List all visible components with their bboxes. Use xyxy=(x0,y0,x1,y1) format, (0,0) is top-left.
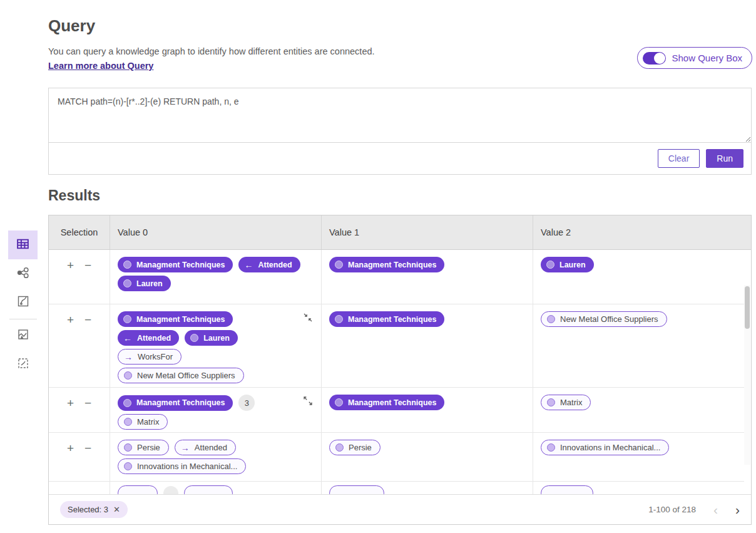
entity-pill[interactable]: Persie xyxy=(329,440,381,455)
pill-label: Managment Techniques xyxy=(136,398,225,407)
query-actions: Clear Run xyxy=(49,143,751,174)
table-cell xyxy=(110,482,322,495)
add-to-selection-button[interactable]: + xyxy=(67,314,74,326)
pill-label: Managment Techniques xyxy=(136,261,225,269)
arrow-right-icon: → xyxy=(124,353,133,361)
pagination-range-label: 1-100 of 218 xyxy=(648,505,696,514)
remove-from-selection-button[interactable]: − xyxy=(84,259,91,271)
remove-from-selection-button[interactable]: − xyxy=(84,397,91,409)
table-row: +−Managment Techniques3MatrixManagment T… xyxy=(49,388,744,433)
entity-dot-icon xyxy=(123,279,131,287)
arrow-left-icon: ← xyxy=(244,261,253,269)
entity-pill[interactable]: Persie xyxy=(118,440,169,455)
add-to-selection-button[interactable]: + xyxy=(67,442,74,454)
pill-line: →WorksFor xyxy=(118,349,314,365)
column-header-value0: Value 0 xyxy=(110,215,322,249)
entity-pill[interactable]: Matrix xyxy=(118,414,168,430)
sidebar-item-link-chart-view[interactable] xyxy=(8,259,38,288)
learn-more-link[interactable]: Learn more about Query xyxy=(48,61,153,71)
table-cell: Persie xyxy=(322,433,533,481)
arrow-right-icon: → xyxy=(181,443,190,452)
entity-pill[interactable]: Innovations in Mechanical... xyxy=(118,458,246,474)
run-button[interactable]: Run xyxy=(706,149,743,168)
pill-line: Matrix xyxy=(118,414,314,430)
toggle-switch-icon[interactable] xyxy=(643,52,666,65)
pill-line: Innovations in Mechanical... xyxy=(118,458,314,474)
entity-pill[interactable]: Innovations in Mechanical... xyxy=(541,440,669,455)
entity-pill[interactable]: Managment Techniques xyxy=(329,395,444,410)
expand-icon[interactable] xyxy=(303,396,313,408)
collapse-icon[interactable] xyxy=(303,313,313,325)
entity-dot-icon xyxy=(335,261,343,269)
entity-pill[interactable]: Managment Techniques xyxy=(118,257,233,272)
pill-label: Managment Techniques xyxy=(348,261,436,269)
pill-label: Attended xyxy=(258,261,292,269)
entity-pill[interactable]: Managment Techniques xyxy=(329,257,444,272)
sidebar-item-table-view[interactable] xyxy=(8,230,38,259)
add-to-selection-button[interactable]: + xyxy=(67,259,74,271)
entity-pill[interactable]: New Metal Office Suppliers xyxy=(118,368,244,383)
clear-button[interactable]: Clear xyxy=(658,149,700,168)
entity-pill[interactable]: Managment Techniques xyxy=(329,311,444,327)
entity-pill[interactable]: ←Attended xyxy=(238,257,300,272)
pill-label: Persie xyxy=(349,443,372,452)
pill-line xyxy=(329,485,525,495)
entity-dot-icon xyxy=(547,398,555,406)
pill-line: ←AttendedLauren xyxy=(118,330,314,346)
entity-pill[interactable]: New Metal Office Suppliers xyxy=(541,311,667,327)
entity-pill[interactable]: Lauren xyxy=(118,276,171,291)
next-page-button[interactable]: › xyxy=(735,503,740,516)
selection-cell: +− xyxy=(49,250,110,304)
table-scrollbar[interactable] xyxy=(744,285,750,465)
entity-dot-icon xyxy=(123,315,131,323)
pill-label: Lauren xyxy=(203,334,230,343)
entity-pill-clipped xyxy=(329,485,384,495)
table-cell: Managment Techniques xyxy=(322,250,533,304)
query-panel: Clear Run xyxy=(48,88,752,175)
table-cell: Managment Techniques←AttendedLauren xyxy=(110,250,322,304)
sidebar-item-map-view[interactable] xyxy=(8,288,38,317)
arrow-left-icon: ← xyxy=(123,334,132,343)
remove-from-selection-button[interactable]: − xyxy=(84,442,91,454)
previous-page-button[interactable]: ‹ xyxy=(713,503,718,516)
table-cell: Managment Techniques3Matrix xyxy=(110,388,322,432)
clear-selection-icon[interactable]: ✕ xyxy=(113,505,120,514)
add-to-selection-button[interactable]: + xyxy=(67,397,74,409)
entity-pill[interactable]: Matrix xyxy=(541,395,591,410)
entity-pill[interactable]: ←Attended xyxy=(118,330,179,346)
entity-pill[interactable]: Managment Techniques xyxy=(118,311,233,327)
entity-dot-icon xyxy=(335,398,343,406)
entity-pill-clipped xyxy=(118,485,158,495)
pill-line xyxy=(118,485,314,495)
pill-label: Lauren xyxy=(559,261,586,269)
entity-dot-icon xyxy=(547,443,555,452)
table-cell xyxy=(533,482,744,495)
remove-from-selection-button[interactable]: − xyxy=(84,314,91,326)
pill-line: Persie→Attended xyxy=(118,440,314,455)
entity-pill[interactable]: →WorksFor xyxy=(118,349,181,365)
entity-dot-icon xyxy=(124,418,132,426)
sidebar-item-selection-outline[interactable] xyxy=(8,350,38,379)
selected-badge: Selected: 3 ✕ xyxy=(60,501,128,518)
pill-line: Innovations in Mechanical... xyxy=(541,440,737,455)
selected-count-label: Selected: 3 xyxy=(68,505,108,514)
entity-pill[interactable]: Managment Techniques xyxy=(118,395,233,411)
query-page: Query You can query a knowledge graph to… xyxy=(0,0,756,533)
pill-label: Attended xyxy=(195,443,227,452)
pill-line: Managment Techniques xyxy=(329,311,525,327)
show-query-box-toggle[interactable]: Show Query Box xyxy=(637,47,752,69)
sidebar-item-selection-map[interactable] xyxy=(8,321,38,350)
entity-pill-clipped xyxy=(184,485,233,495)
table-cell: Matrix xyxy=(533,388,744,432)
entity-pill[interactable]: Lauren xyxy=(541,257,594,272)
entity-pill[interactable]: Lauren xyxy=(185,330,238,346)
query-input[interactable] xyxy=(49,88,751,143)
entity-pill[interactable]: →Attended xyxy=(175,440,236,455)
scrollbar-thumb[interactable] xyxy=(745,286,750,329)
pill-line: Managment Techniques xyxy=(118,311,314,327)
table-cell: Innovations in Mechanical... xyxy=(533,433,744,481)
selection-cell: +− xyxy=(49,304,110,387)
entity-dot-icon xyxy=(124,443,132,452)
pill-line: Lauren xyxy=(118,276,314,291)
toggle-knob xyxy=(654,53,665,64)
